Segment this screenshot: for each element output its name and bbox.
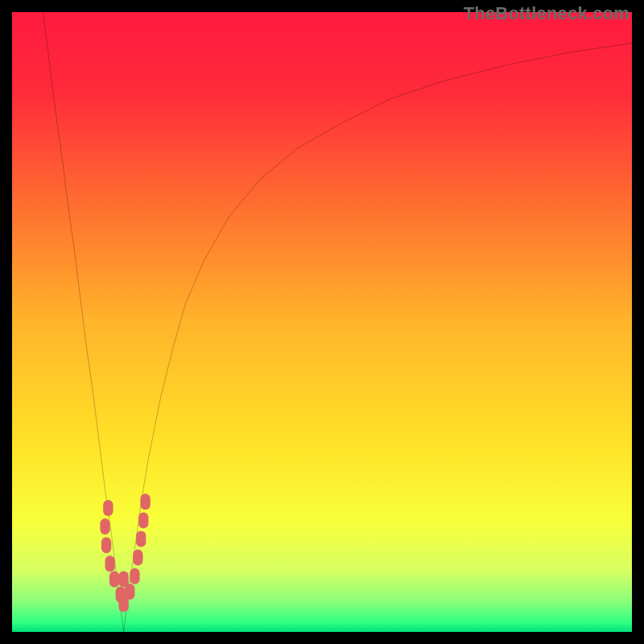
- plot-area: [12, 12, 632, 632]
- marker-point: [118, 572, 128, 588]
- marker-point: [105, 555, 115, 572]
- series-right-branch: [124, 43, 632, 633]
- chart-frame: TheBottleneck.com: [0, 0, 644, 644]
- marker-point: [130, 568, 139, 584]
- marker-point: [140, 493, 150, 510]
- marker-point: [100, 518, 109, 535]
- marker-point: [109, 572, 119, 588]
- curve-layer: [12, 12, 632, 632]
- marker-point: [101, 537, 111, 553]
- marker-point: [133, 550, 142, 566]
- watermark-text: TheBottleneck.com: [464, 3, 630, 24]
- marker-point: [136, 530, 146, 547]
- marker-point: [103, 500, 113, 516]
- marker-point: [138, 512, 148, 528]
- series-left-branch: [43, 12, 124, 632]
